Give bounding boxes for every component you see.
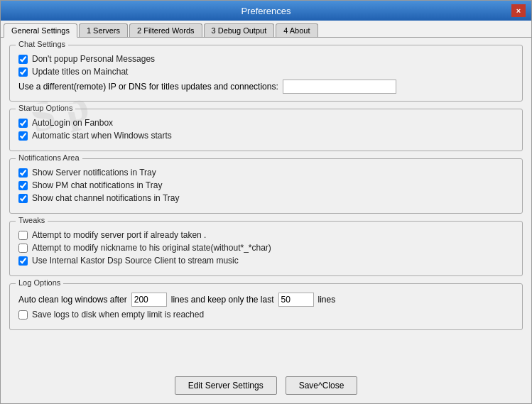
tab-general-settings[interactable]: General Settings: [4, 23, 77, 38]
auto-start-label: Automatic start when Windows starts: [32, 131, 172, 141]
tweaks-label: Tweaks: [16, 216, 48, 224]
update-titles-checkbox[interactable]: [18, 67, 28, 77]
footer: Edit Server Settings Save^Close: [1, 371, 531, 403]
tab-debug-output[interactable]: 3 Debug Output: [204, 23, 275, 37]
server-notif-row: Show Server notifications in Tray: [18, 168, 514, 178]
save-logs-checkbox[interactable]: [18, 310, 28, 320]
ip-label: Use a different(remote) IP or DNS for ti…: [18, 82, 278, 92]
window-title: Preferences: [21, 6, 511, 16]
startup-options-group: Startup Options AutoLogin on Fanbox Auto…: [9, 109, 523, 151]
preferences-window: Preferences × General Settings 1 Servers…: [0, 0, 532, 404]
log-lines-input[interactable]: [131, 293, 167, 307]
channel-notif-label: Show chat channel notifications in Tray: [32, 193, 179, 203]
pm-notif-checkbox[interactable]: [18, 181, 28, 190]
dont-popup-checkbox[interactable]: [18, 55, 28, 64]
save-close-button[interactable]: Save^Close: [286, 376, 358, 395]
kastor-label: Use Internal Kastor Dsp Source Client to…: [32, 256, 239, 266]
modify-nick-checkbox[interactable]: [18, 244, 28, 253]
auto-start-checkbox[interactable]: [18, 131, 28, 141]
tab-servers[interactable]: 1 Servers: [79, 23, 128, 37]
autologin-label: AutoLogin on Fanbox: [32, 118, 113, 128]
edit-server-button[interactable]: Edit Server Settings: [175, 376, 277, 395]
kastor-row: Use Internal Kastor Dsp Source Client to…: [18, 256, 514, 266]
auto-start-row: Automatic start when Windows starts: [18, 131, 514, 141]
log-options-label: Log Options: [16, 278, 63, 287]
ip-row: Use a different(remote) IP or DNS for ti…: [18, 80, 514, 94]
dont-popup-label: Don't popup Personal Messages: [32, 54, 155, 64]
server-notif-checkbox[interactable]: [18, 168, 28, 178]
channel-notif-row: Show chat channel notifications in Tray: [18, 193, 514, 203]
close-button[interactable]: ×: [511, 4, 526, 17]
chat-settings-group: Chat Settings Don't popup Personal Messa…: [9, 45, 523, 102]
tab-bar: General Settings 1 Servers 2 Filtered Wo…: [1, 21, 531, 38]
notifications-label: Notifications Area: [16, 153, 82, 162]
log-prefix: Auto clean log windows after: [18, 295, 127, 305]
update-titles-row: Update titles on Mainchat: [18, 67, 514, 77]
startup-options-label: Startup Options: [16, 104, 75, 112]
save-logs-label: Save logs to disk when empty limit is re…: [32, 310, 204, 320]
autologin-checkbox[interactable]: [18, 119, 28, 128]
tweaks-group: Tweaks Attempt to modify server port if …: [9, 221, 523, 276]
pm-notif-label: Show PM chat notifications in Tray: [32, 180, 162, 190]
log-suffix: lines: [318, 295, 336, 305]
save-logs-row: Save logs to disk when empty limit is re…: [18, 310, 514, 320]
tab-about[interactable]: 4 About: [276, 23, 317, 37]
ip-input[interactable]: [283, 80, 396, 94]
log-auto-clean-row: Auto clean log windows after lines and k…: [18, 293, 514, 307]
modify-nick-row: Attempt to modify nickname to his origin…: [18, 243, 514, 253]
chat-settings-label: Chat Settings: [16, 40, 68, 48]
log-middle: lines and keep only the last: [171, 295, 274, 305]
modify-port-checkbox[interactable]: [18, 231, 28, 240]
modify-port-row: Attempt to modify server port if already…: [18, 230, 514, 240]
server-notif-label: Show Server notifications in Tray: [32, 168, 156, 178]
log-keep-input[interactable]: [278, 293, 314, 307]
notifications-group: Notifications Area Show Server notificat…: [9, 158, 523, 214]
update-titles-label: Update titles on Mainchat: [32, 67, 128, 77]
channel-notif-checkbox[interactable]: [18, 194, 28, 203]
kastor-checkbox[interactable]: [18, 256, 28, 266]
modify-port-label: Attempt to modify server port if already…: [32, 230, 206, 240]
autologin-row: AutoLogin on Fanbox: [18, 118, 514, 128]
pm-notif-row: Show PM chat notifications in Tray: [18, 180, 514, 190]
modify-nick-label: Attempt to modify nickname to his origin…: [32, 243, 271, 253]
log-options-group: Log Options Auto clean log windows after…: [9, 283, 523, 330]
title-bar: Preferences ×: [1, 1, 531, 21]
dont-popup-row: Don't popup Personal Messages: [18, 54, 514, 64]
content-area: S p Chat Settings Don't popup Personal M…: [1, 38, 531, 371]
tab-filtered-words[interactable]: 2 Filtered Words: [129, 23, 202, 37]
